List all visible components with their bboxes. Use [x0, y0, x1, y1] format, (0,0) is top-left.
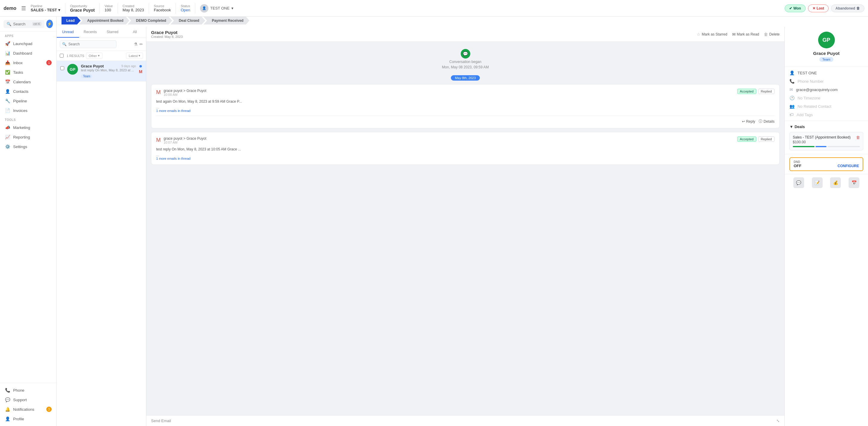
reply-icon-1: ↩ [742, 120, 745, 124]
stage-deal-closed[interactable]: Deal Closed [170, 17, 206, 25]
details-button-1[interactable]: ⓘ Details [759, 119, 775, 124]
tab-all[interactable]: All [124, 27, 146, 38]
nav-label: Profile [13, 417, 24, 421]
tags-field[interactable]: 🏷 Add Tags [789, 112, 863, 117]
email-card-2: M grace puyot > Grace Puyot 10:07 AM Acc… [151, 132, 780, 165]
unread-dot [140, 65, 142, 67]
sidebar-item-calendars[interactable]: 📅Calendars [0, 77, 56, 87]
mark-as-starred-button[interactable]: ☆ Mark as Starred [696, 32, 727, 37]
dnd-box: DND OFF CONFIGURE [789, 157, 863, 171]
conversation-started: 💬 Conversation began Mon, May 08 2023, 0… [151, 49, 780, 69]
conversation-search-input[interactable] [60, 40, 117, 48]
bottom-icon-calendar[interactable]: 📅 [848, 177, 859, 188]
sidebar-item-pipeline[interactable]: 🔧Pipeline [0, 96, 56, 106]
opportunity-label: Opportunity [70, 4, 95, 8]
timezone-field[interactable]: 🕐 No Timezone [789, 96, 863, 100]
email-badges-1: Accepted Replied [737, 89, 775, 94]
reply-button-1[interactable]: ↩ Reply [742, 119, 755, 124]
sidebar-item-invoices[interactable]: 📄Invoices [0, 106, 56, 115]
deal-progress-bar [793, 146, 860, 147]
phone-field[interactable]: 📞 Phone Number [789, 79, 863, 84]
nav-label: Settings [13, 144, 27, 149]
bottom-items: 📞Phone💬Support🔔Notifications3👤Profile [0, 385, 56, 424]
configure-button[interactable]: CONFIGURE [838, 164, 859, 168]
deal-delete-icon[interactable]: 🗑 [856, 135, 860, 140]
stage-payment-received[interactable]: Payment Received [203, 17, 249, 25]
tab-recents[interactable]: Recents [79, 27, 101, 38]
stage-appointment-booked[interactable]: Appointment Booked [79, 17, 129, 25]
lost-button[interactable]: ✕ Lost [808, 4, 829, 12]
trash-icon: 🗑 [764, 32, 768, 37]
nav-label: Dashboard [13, 51, 32, 56]
conv-checkbox[interactable] [60, 66, 64, 70]
dnd-section: DND OFF CONFIGURE [785, 157, 868, 171]
stage-lead[interactable]: Lead [62, 17, 81, 25]
bottom-icon-chat[interactable]: 💬 [793, 177, 804, 188]
email-badges-2: Accepted Replied [737, 136, 775, 142]
mark-as-read-button[interactable]: ✉ Mark as Read [732, 32, 759, 37]
nav-label: Marketing [13, 125, 30, 130]
email-field[interactable]: ✉ grace@goacquirely.com [789, 87, 863, 92]
chat-icon: 💬 [461, 49, 470, 59]
sidebar-item-launchpad[interactable]: 🚀Launchpad [0, 39, 56, 48]
sidebar-bottom-phone[interactable]: 📞Phone [0, 385, 56, 395]
deal-bar-green [793, 146, 814, 147]
sidebar-item-settings[interactable]: ⚙️Settings [0, 142, 56, 151]
created-section: Created May 8, 2023 [123, 4, 144, 12]
nav-label: Inbox [13, 61, 23, 65]
nav-label: Launchpad [13, 41, 32, 46]
sidebar-bottom-profile[interactable]: 👤Profile [0, 414, 56, 424]
conv-body: Grace Puyot 9 days ago test reply On Mon… [81, 64, 136, 78]
expand-icon[interactable]: ⤡ [776, 419, 780, 423]
replied-badge-2: Replied [758, 136, 775, 142]
sidebar-item-contacts[interactable]: 👤Contacts [0, 87, 56, 96]
latest-filter-button[interactable]: Latest ▾ [126, 53, 143, 59]
sidebar-item-inbox[interactable]: 📥Inbox1 [0, 58, 56, 67]
date-pill: May 8th, 2023 [451, 75, 480, 80]
filter-icon[interactable]: ⚗ [134, 42, 138, 46]
gmail-icon-2: M [156, 137, 161, 143]
abandoned-button[interactable]: Abandoned 🗑 [831, 4, 864, 12]
compose-icon[interactable]: ✏ [140, 42, 143, 46]
conversation-actions: 1 RESULTS Other ▾ Latest ▾ [57, 51, 146, 61]
conv-time: 9 days ago [121, 64, 136, 68]
user-icon: 👤 [789, 70, 795, 75]
related-contact-field[interactable]: 👥 No Related Contact [789, 104, 863, 109]
details-icon-1: ⓘ [759, 119, 762, 124]
sidebar-bottom-support[interactable]: 💬Support [0, 395, 56, 404]
support-icon: 💬 [5, 397, 10, 402]
sidebar-item-dashboard[interactable]: 📊Dashboard [0, 48, 56, 58]
value-section: Value 100 [104, 4, 113, 12]
conversation-item[interactable]: GP Grace Puyot 9 days ago test reply On … [57, 61, 146, 81]
assigned-avatar: 👤 [200, 4, 209, 12]
hamburger-icon[interactable]: ☰ [21, 5, 26, 12]
nav-label: Tasks [13, 70, 23, 75]
deal-bar-blue [815, 146, 827, 147]
search-button[interactable]: 🔍 Search ctrl K [4, 20, 44, 28]
contact-icon: 👥 [789, 104, 795, 109]
sidebar-item-marketing[interactable]: 📣Marketing [0, 123, 56, 132]
bottom-icon-notes[interactable]: 📝 [812, 177, 823, 188]
sidebar-item-reporting[interactable]: 📈Reporting [0, 132, 56, 142]
email-footer-1: ↩ Reply ⓘ Details [156, 116, 775, 124]
won-button[interactable]: ✔ Won [785, 4, 806, 12]
tasks-icon: ✅ [5, 70, 10, 75]
assigned-user[interactable]: 👤 TEST ONE ▾ [200, 4, 234, 12]
email-card-1: M grace puyot > Grace Puyot 10:00 AM Acc… [151, 84, 780, 128]
stage-demo-completed[interactable]: DEMO Completed [127, 17, 172, 25]
apps-section-label: Apps [0, 31, 56, 39]
reporting-icon: 📈 [5, 134, 10, 140]
tab-unread[interactable]: Unread [57, 27, 79, 38]
bottom-icon-payments[interactable]: 💰 [830, 177, 841, 188]
nav-label: Notifications [13, 407, 34, 412]
tab-starred[interactable]: Starred [101, 27, 124, 38]
quick-action-button[interactable]: ⚡ [46, 20, 53, 28]
sidebar-bottom-notifications[interactable]: 🔔Notifications3 [0, 404, 56, 414]
sidebar-item-tasks[interactable]: ✅Tasks [0, 67, 56, 77]
conversation-items: GP Grace Puyot 9 days ago test reply On … [57, 61, 146, 81]
delete-button[interactable]: 🗑 Delete [764, 32, 780, 37]
phone-icon: 📞 [789, 79, 795, 84]
send-email-bar[interactable]: Send Email ⤡ [146, 415, 784, 426]
other-filter-button[interactable]: Other ▾ [86, 53, 102, 59]
select-all-checkbox[interactable] [60, 54, 64, 58]
